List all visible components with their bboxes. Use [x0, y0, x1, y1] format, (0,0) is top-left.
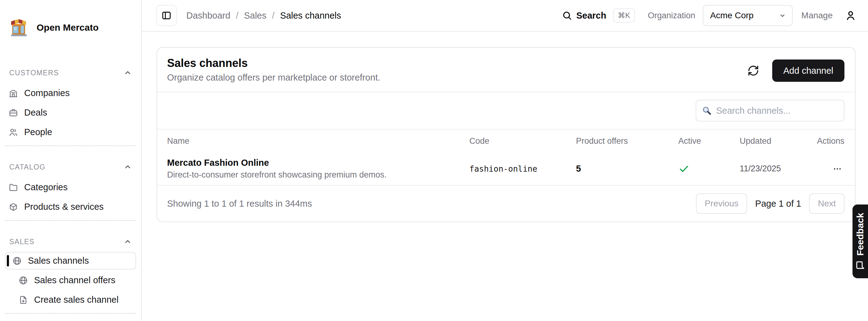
- sidebar-divider: [5, 145, 136, 146]
- cell-updated: 11/23/2025: [740, 153, 815, 185]
- pagination: Previous Page 1 of 1 Next: [696, 193, 844, 214]
- app-root: Open Mercato CUSTOMERS Companies Deals: [0, 0, 868, 321]
- section-header-sales[interactable]: SALES: [9, 237, 132, 246]
- sidebar-item-label: Companies: [24, 88, 70, 98]
- sidebar-item-label: Sales channels: [28, 256, 89, 266]
- section-header-customers[interactable]: CUSTOMERS: [9, 68, 132, 77]
- sidebar-item-label: Create sales channel: [34, 295, 118, 305]
- global-search-button[interactable]: Search: [562, 10, 607, 21]
- sidebar-divider: [5, 220, 136, 221]
- cell-product-offers: 5: [576, 153, 678, 185]
- topbar-right: Search ⌘K Organization Acme Corp Manage: [562, 5, 856, 26]
- building-icon: [9, 89, 18, 98]
- file-plus-icon: [19, 295, 28, 304]
- channel-search: [695, 100, 844, 122]
- channel-description: Direct-to-consumer storefront showcasing…: [167, 169, 469, 180]
- sidebar-item-deals[interactable]: Deals: [5, 104, 136, 122]
- card-footer: Showing 1 to 1 of 1 results in 344ms Pre…: [157, 186, 855, 222]
- page-title: Sales channels: [167, 56, 380, 70]
- sidebar-toggle-button[interactable]: [156, 5, 177, 26]
- organization-select[interactable]: Acme Corp: [703, 5, 793, 26]
- sidebar-item-companies[interactable]: Companies: [5, 84, 136, 102]
- feedback-tab-content: Feedback: [855, 213, 866, 270]
- breadcrumb-separator: /: [272, 10, 274, 21]
- column-header-product-offers: Product offers: [576, 130, 678, 153]
- sidebar-item-label: People: [24, 127, 52, 137]
- user-icon: [845, 10, 856, 21]
- main-area: Dashboard / Sales / Sales channels Searc…: [142, 0, 868, 321]
- section-label: SALES: [9, 238, 35, 246]
- keyboard-shortcut-badge: ⌘K: [613, 8, 635, 23]
- column-header-active: Active: [678, 130, 740, 153]
- organization-selected-value: Acme Corp: [710, 10, 754, 21]
- magnifier-icon: [702, 106, 712, 116]
- panel-left-icon: [161, 10, 172, 21]
- storefront-logo-icon: [9, 18, 29, 37]
- sidebar-item-label: Deals: [24, 107, 47, 118]
- sidebar: Open Mercato CUSTOMERS Companies Deals: [0, 0, 142, 321]
- channel-name: Mercato Fashion Online: [167, 157, 469, 168]
- column-header-name: Name: [157, 130, 469, 153]
- page-indicator: Page 1 of 1: [755, 199, 801, 209]
- globe-icon: [12, 256, 22, 265]
- breadcrumb: Dashboard / Sales / Sales channels: [186, 10, 341, 21]
- chevron-up-icon: [124, 163, 132, 171]
- sidebar-item-label: Sales channel offers: [34, 275, 115, 285]
- breadcrumb-current: Sales channels: [280, 10, 341, 21]
- app-title: Open Mercato: [37, 22, 99, 33]
- sidebar-item-create-sales-channel[interactable]: Create sales channel: [5, 291, 136, 309]
- results-summary: Showing 1 to 1 of 1 results in 344ms: [167, 199, 312, 209]
- nav-customers: Companies Deals People: [0, 84, 141, 141]
- row-actions-button[interactable]: [830, 162, 844, 176]
- users-icon: [9, 128, 18, 137]
- chevron-down-icon: [779, 12, 786, 19]
- app-logo[interactable]: Open Mercato: [0, 0, 141, 42]
- card-header-text: Sales channels Organize catalog offers p…: [167, 56, 380, 84]
- next-page-button[interactable]: Next: [809, 193, 844, 214]
- sidebar-item-label: Products & services: [24, 202, 103, 212]
- section-label: CATALOG: [9, 163, 45, 171]
- folder-icon: [9, 183, 18, 192]
- chevron-up-icon: [124, 238, 132, 246]
- header-actions: Add channel: [746, 60, 844, 82]
- sidebar-item-people[interactable]: People: [5, 123, 136, 141]
- breadcrumb-sales[interactable]: Sales: [244, 10, 267, 21]
- active-indicator-bar: [7, 255, 9, 266]
- previous-page-button[interactable]: Previous: [696, 193, 747, 214]
- breadcrumb-dashboard[interactable]: Dashboard: [186, 10, 230, 21]
- section-header-catalog[interactable]: CATALOG: [9, 162, 132, 172]
- sidebar-item-categories[interactable]: Categories: [5, 179, 136, 196]
- section-label: CUSTOMERS: [9, 69, 59, 77]
- package-icon: [9, 202, 18, 212]
- search-label: Search: [576, 10, 607, 21]
- column-header-updated: Updated: [740, 130, 815, 153]
- sidebar-item-products-services[interactable]: Products & services: [5, 198, 136, 216]
- more-horizontal-icon: [833, 164, 842, 173]
- page-content: Sales channels Organize catalog offers p…: [142, 32, 868, 321]
- sidebar-item-sales-channels[interactable]: Sales channels: [5, 252, 136, 269]
- table-toolbar: [157, 92, 855, 130]
- cell-code: fashion-online: [469, 153, 576, 185]
- speech-bubble-icon: [856, 261, 865, 270]
- sidebar-divider: [5, 313, 136, 314]
- table-row[interactable]: Mercato Fashion Online Direct-to-consume…: [157, 153, 855, 185]
- sidebar-item-sales-channel-offers[interactable]: Sales channel offers: [5, 271, 136, 289]
- manage-link[interactable]: Manage: [801, 10, 833, 21]
- user-menu-button[interactable]: [845, 10, 856, 21]
- refresh-button[interactable]: [746, 63, 761, 78]
- active-check-icon: [678, 163, 740, 174]
- search-icon: [562, 10, 572, 21]
- page-subtitle: Organize catalog offers per marketplace …: [167, 71, 380, 84]
- add-channel-button[interactable]: Add channel: [772, 60, 844, 82]
- search-channels-input[interactable]: [695, 100, 844, 122]
- feedback-tab[interactable]: Feedback: [852, 204, 868, 278]
- refresh-icon: [747, 65, 759, 76]
- cell-active: [678, 153, 740, 185]
- topbar: Dashboard / Sales / Sales channels Searc…: [142, 0, 868, 32]
- nav-catalog: Categories Products & services: [0, 179, 141, 216]
- table-header-row: Name Code Product offers Active Updated …: [157, 130, 855, 153]
- breadcrumb-separator: /: [236, 10, 238, 21]
- cell-actions: [815, 153, 855, 185]
- column-header-actions: Actions: [815, 130, 855, 153]
- feedback-label: Feedback: [855, 213, 866, 256]
